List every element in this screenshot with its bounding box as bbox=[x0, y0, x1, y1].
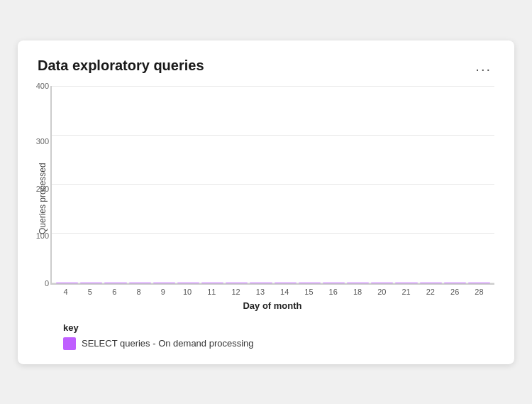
bar[interactable] bbox=[129, 283, 151, 283]
x-label: 18 bbox=[346, 288, 368, 296]
x-label: 21 bbox=[395, 288, 417, 296]
x-label: 10 bbox=[176, 288, 198, 296]
bars-row bbox=[52, 86, 494, 283]
bar[interactable] bbox=[347, 283, 369, 283]
chart-area: Queries processed 400 300 200 100 0 bbox=[38, 86, 494, 311]
x-label: 22 bbox=[419, 288, 441, 296]
bar-group bbox=[250, 283, 272, 283]
x-label: 6 bbox=[104, 288, 126, 296]
card-title: Data exploratory queries bbox=[38, 58, 204, 74]
x-label: 4 bbox=[55, 288, 77, 296]
bar-group bbox=[444, 283, 466, 283]
bar[interactable] bbox=[226, 283, 248, 283]
bar-group bbox=[104, 283, 126, 283]
x-label: 8 bbox=[128, 288, 150, 296]
bar-group bbox=[395, 283, 417, 283]
bar-group bbox=[153, 283, 175, 283]
dashboard-card: Data exploratory queries ... Queries pro… bbox=[18, 40, 514, 364]
card-header: Data exploratory queries ... bbox=[38, 58, 494, 75]
bar-group bbox=[226, 283, 248, 283]
x-label: 26 bbox=[444, 288, 466, 296]
y-tick: 300 bbox=[29, 137, 49, 146]
bar[interactable] bbox=[299, 283, 321, 283]
legend-label: SELECT queries - On demand processing bbox=[82, 338, 254, 349]
bar[interactable] bbox=[201, 283, 223, 283]
bar-group bbox=[177, 283, 199, 283]
legend-title: key bbox=[63, 322, 494, 333]
x-label: 28 bbox=[468, 288, 490, 296]
x-label: 16 bbox=[322, 288, 344, 296]
bar-group bbox=[347, 283, 369, 283]
x-label: 12 bbox=[225, 288, 247, 296]
bar[interactable] bbox=[420, 283, 442, 283]
y-tick: 0 bbox=[29, 279, 49, 288]
bar[interactable] bbox=[104, 283, 126, 283]
bar[interactable] bbox=[177, 283, 199, 283]
x-axis-title: Day of month bbox=[50, 300, 494, 311]
bar-group bbox=[468, 283, 490, 283]
bar-group bbox=[129, 283, 151, 283]
x-axis-labels: 4568910111213141516182021222628 bbox=[50, 288, 494, 296]
x-label: 20 bbox=[371, 288, 393, 296]
x-label: 5 bbox=[79, 288, 101, 296]
legend: key SELECT queries - On demand processin… bbox=[63, 322, 494, 350]
bar-group bbox=[420, 283, 442, 283]
bar[interactable] bbox=[250, 283, 272, 283]
bar-group bbox=[275, 283, 297, 283]
bar[interactable] bbox=[323, 283, 345, 283]
bar-group bbox=[371, 283, 393, 283]
bar[interactable] bbox=[371, 283, 393, 283]
legend-swatch bbox=[63, 337, 76, 350]
more-options-button[interactable]: ... bbox=[472, 58, 494, 75]
bar-group bbox=[80, 283, 102, 283]
x-label: 14 bbox=[274, 288, 296, 296]
bar[interactable] bbox=[56, 283, 78, 283]
legend-item: SELECT queries - On demand processing bbox=[63, 337, 494, 350]
bar[interactable] bbox=[275, 283, 297, 283]
chart-inner: 400 300 200 100 0 4568910111213141516182… bbox=[50, 86, 494, 311]
bar[interactable] bbox=[80, 283, 102, 283]
x-label: 13 bbox=[249, 288, 271, 296]
bar-group bbox=[299, 283, 321, 283]
bar-group bbox=[201, 283, 223, 283]
x-label: 9 bbox=[152, 288, 174, 296]
y-ticks: 400 300 200 100 0 bbox=[29, 86, 49, 283]
bar[interactable] bbox=[444, 283, 466, 283]
y-tick: 400 bbox=[29, 82, 49, 90]
y-tick: 100 bbox=[29, 231, 49, 240]
y-tick: 200 bbox=[29, 185, 49, 193]
bar-group bbox=[56, 283, 78, 283]
bar[interactable] bbox=[153, 283, 175, 283]
chart-canvas: 400 300 200 100 0 bbox=[50, 86, 494, 285]
bar[interactable] bbox=[395, 283, 417, 283]
bar-group bbox=[323, 283, 345, 283]
x-label: 15 bbox=[298, 288, 320, 296]
bar[interactable] bbox=[468, 283, 490, 283]
x-label: 11 bbox=[201, 288, 223, 296]
